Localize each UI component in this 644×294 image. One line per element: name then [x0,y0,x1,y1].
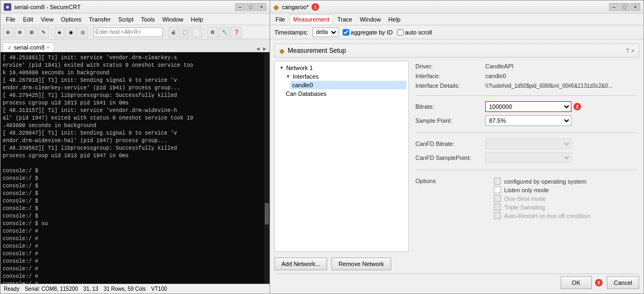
scrollbar-thumb[interactable] [265,203,269,225]
bitrate-row: Bitrate: 1000000 500000 250000 125000 2 [415,101,637,112]
dialog-help-icon[interactable]: ? [626,48,629,54]
close-button[interactable]: × [257,3,266,11]
toolbar-btn-5[interactable]: ◈ [54,27,65,38]
terminal-line-22: console:/ $ [3,213,267,220]
securecrt-title-bar: ■ serial-com8 - SecureCRT ─ □ × [1,1,270,13]
cangaroo-minimize-button[interactable]: ─ [609,3,619,11]
toolbar-btn-9[interactable]: 📋 [180,27,190,38]
status-ready: Ready [4,286,19,292]
divider-2 [415,132,637,133]
toolbar-btn-7[interactable]: ◎ [77,27,88,38]
tree-candle0-label: candle0 [292,82,313,88]
host-input[interactable] [93,27,163,37]
terminal-line-21: console:/ $ [3,205,267,213]
add-network-button[interactable]: Add Network... [274,257,327,270]
toolbar-btn-11[interactable]: ⚙ [207,27,218,38]
menu-edit[interactable]: Edit [20,15,37,24]
cangaroo-toolbar: Timestamps: delta aggregate by ID auto s… [270,25,643,39]
menu-tools[interactable]: Tools [138,15,158,24]
sample-point-select[interactable]: 87.5% 75.0% 62.5% [485,115,571,126]
maximize-button[interactable]: □ [246,3,256,11]
aggregate-checkbox-label[interactable]: aggregate by ID [343,29,393,36]
dialog-close-icon[interactable]: × [631,48,634,54]
terminal-area[interactable]: [ 48.251881][ T1] init: service 'vendor.… [1,52,270,284]
terminal-line-8: [ 48.313157][ T1] init: service 'vendor.… [3,107,267,115]
toolbar-sep-1 [51,28,52,37]
tab-nav[interactable]: ◄ ► [255,46,267,52]
auto-scroll-label: auto scroll [405,29,432,36]
tab-close-icon[interactable]: × [47,45,49,50]
cangaroo-icon: ◆ [273,3,279,11]
tree-network1[interactable]: ▼ Network 1 [277,64,406,72]
bitrate-select[interactable]: 1000000 500000 250000 125000 [485,101,571,112]
tab-serial-com8[interactable]: ✓ serial-com8 × [3,43,54,52]
tab-check-icon: ✓ [8,45,12,51]
cangaroo-menu-trace[interactable]: Trace [334,15,356,24]
terminal-line-10: .403000 seconds in background [3,122,267,130]
option-row-5: Auto-Restart on bus off condition [494,212,590,219]
bitrate-badge: 2 [574,103,581,110]
tree-candle0[interactable]: candle0 [290,81,406,89]
auto-scroll-checkbox[interactable] [397,29,404,36]
dialog-icon: ◆ [279,47,285,55]
terminal-line-28: console:/ # [3,258,267,265]
tree-interfaces[interactable]: ▼ Interfaces [284,72,406,81]
interface-row: Interface: candle0 [415,73,637,79]
securecrt-title: serial-com8 - SecureCRT [14,4,81,10]
menu-script[interactable]: Script [115,15,137,24]
menu-transfer[interactable]: Transfer [86,15,114,24]
menu-view[interactable]: View [38,15,57,24]
menu-help[interactable]: Help [188,15,207,24]
vertical-scrollbar[interactable] [264,52,270,284]
terminal-line-20: console:/ $ [3,198,267,205]
toolbar-btn-12[interactable]: 🔧 [219,27,230,38]
tree-can-databases[interactable]: Can Databases [284,89,406,98]
toolbar-btn-3[interactable]: ⊞ [26,27,37,38]
terminal-line-5: endor.drm-clearkey-service' (pid 1941) p… [3,85,267,92]
menu-window[interactable]: Window [159,15,187,24]
cangaroo-menu-measurement[interactable]: Measurement [289,15,333,24]
menu-file[interactable]: File [3,15,19,24]
toolbar-btn-13[interactable]: ❓ [231,27,242,38]
ok-button[interactable]: OK [561,276,592,289]
toolbar-btn-6[interactable]: ◉ [66,27,76,38]
terminal-line-2: ervice' (pid 1941) exited with status 0 … [3,62,267,69]
cangaroo-menu-window[interactable]: Window [357,15,384,24]
options-section: Options configured by operating system L… [415,178,637,221]
canfd-samplepoint-select [485,152,571,163]
status-serial: Serial: COM8, 115200 [25,286,78,292]
toolbar-btn-4[interactable]: ✎ [38,27,49,38]
minimize-button[interactable]: ─ [235,3,245,11]
cangaroo-menu-file[interactable]: File [272,15,288,24]
option1-check [494,178,501,185]
terminal-line-15 [3,160,267,167]
timestamps-select[interactable]: delta [313,27,338,37]
cangaroo-title: cangaroo* [282,4,309,10]
canfd-samplepoint-row: CanFD SamplePoint: [415,152,637,163]
config-panel: Driver: CandleAPI Interface: candle0 Int… [413,61,639,270]
toolbar-sep-3 [165,28,166,37]
cangaroo-maximize-button[interactable]: □ [620,3,629,11]
cangaroo-menu-help[interactable]: Help [385,15,404,24]
cangaroo-close-button[interactable]: × [631,3,640,11]
menu-options[interactable]: Options [58,15,84,24]
auto-scroll-checkbox-label[interactable]: auto scroll [397,29,432,36]
toolbar-btn-2[interactable]: ⊗ [15,27,25,38]
toolbar-btn-8[interactable]: 🖨 [168,27,179,38]
sample-point-label: Sample Point: [415,117,485,124]
canfd-bitrate-row: CanFD Bitrate: [415,138,637,149]
cancel-button[interactable]: Cancel [607,276,639,289]
terminal-line-14: process cgroup uid 1013 pid 1947 in 0ms [3,152,267,160]
terminal-line-26: console:/ # [3,243,267,250]
cangaroo-badge: 1 [312,3,319,11]
terminal-line-18: console:/ $ [3,183,267,190]
remove-network-button[interactable]: Remove Network [331,257,391,270]
option2-check[interactable] [494,186,501,193]
driver-label: Driver: [415,63,485,69]
toolbar-btn-10[interactable]: 📄 [192,27,202,38]
toolbar-btn-1[interactable]: ⊕ [3,27,13,38]
canfd-bitrate-label: CanFD Bitrate: [415,141,485,147]
aggregate-checkbox[interactable] [343,29,349,36]
tree-interfaces-label: Interfaces [293,73,319,80]
terminal-line-25: console:/ # [3,235,267,243]
